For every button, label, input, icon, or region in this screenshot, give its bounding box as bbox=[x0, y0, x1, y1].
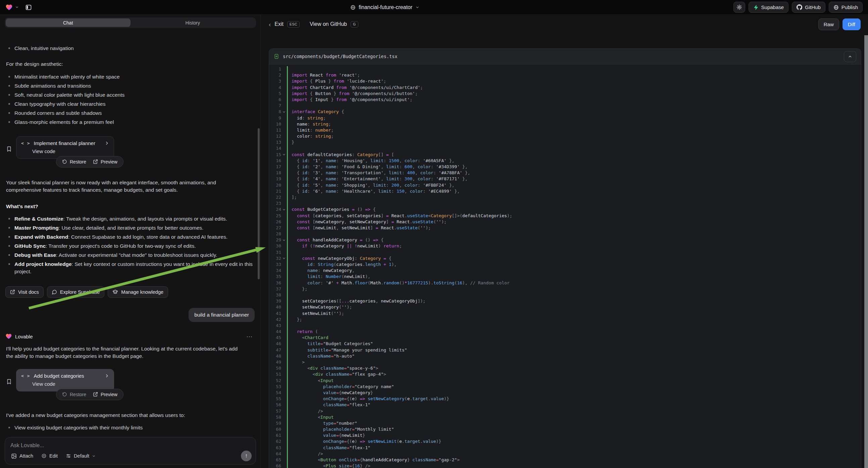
restore-preview-pill: RestorePreview bbox=[56, 156, 123, 168]
line-number: 50 bbox=[269, 365, 281, 371]
toggle-sidebar-icon[interactable] bbox=[25, 4, 32, 11]
file-path: src/components/budget/BudgetCategories.t… bbox=[283, 54, 397, 59]
code-line: 38 bbox=[269, 292, 861, 298]
fold-toggle-icon[interactable] bbox=[281, 152, 287, 158]
line-number: 43 bbox=[269, 323, 281, 329]
line-number: 42 bbox=[269, 317, 281, 323]
line-number: 40 bbox=[269, 304, 281, 310]
line-number: 55 bbox=[269, 396, 281, 402]
fold-spacer bbox=[281, 347, 287, 353]
line-number: 15 bbox=[269, 152, 281, 158]
fold-toggle-icon[interactable] bbox=[281, 237, 287, 243]
code-scrollbar[interactable] bbox=[864, 35, 868, 468]
fold-toggle-icon[interactable] bbox=[281, 256, 287, 262]
project-switcher[interactable]: financial-future-creator bbox=[350, 0, 420, 15]
user-message-bubble: build a financial planner bbox=[189, 308, 255, 322]
fold-spacer bbox=[281, 250, 287, 256]
chat-input[interactable]: Ask Lovable... bbox=[10, 442, 250, 448]
code-line: 36 color: '#' + Math.floor(Math.random()… bbox=[269, 280, 861, 286]
chip-visit-docs[interactable]: Visit docs bbox=[5, 286, 43, 298]
chat-history-tabs: Chat History bbox=[5, 18, 256, 28]
line-number: 8 bbox=[269, 109, 281, 115]
list-item: View existing budget categories with the… bbox=[5, 424, 255, 431]
code-line: 60 placeholder="Monthly limit" bbox=[269, 427, 861, 432]
code-line: 20 { id: '5', name: 'Shopping', limit: 2… bbox=[269, 182, 861, 188]
exit-button[interactable]: ‹ Exit ESC bbox=[269, 21, 300, 28]
raw-button[interactable]: Raw bbox=[818, 19, 839, 30]
code-line: 12 color: string; bbox=[269, 133, 861, 139]
code-line: 56 className="flex-1" bbox=[269, 402, 861, 408]
code-line: 19 { id: '4', name: 'Entertainment', lim… bbox=[269, 176, 861, 182]
code-line: 61 value={newLimit} bbox=[269, 432, 861, 438]
view-code-link[interactable]: View code bbox=[32, 148, 109, 154]
external-link-icon bbox=[93, 392, 98, 397]
supabase-label: Supabase bbox=[761, 4, 784, 10]
mode-select[interactable]: Default bbox=[66, 453, 96, 459]
supabase-button[interactable]: Supabase bbox=[749, 2, 789, 13]
bookmark-icon bbox=[6, 140, 12, 159]
fold-spacer bbox=[281, 164, 287, 170]
chat-panel: Chat History Clean, intuitive navigation… bbox=[0, 15, 261, 468]
restore-icon bbox=[62, 159, 67, 164]
code-line: 58 <Input bbox=[269, 414, 861, 420]
line-number: 39 bbox=[269, 298, 281, 304]
preview-button[interactable]: Preview bbox=[93, 392, 118, 397]
fold-spacer bbox=[281, 359, 287, 365]
line-number: 37 bbox=[269, 286, 281, 292]
chip-manage-knowledge[interactable]: Manage knowledge bbox=[108, 286, 168, 298]
fold-spacer bbox=[281, 121, 287, 127]
code-line: 5import { Button } from '@/components/ui… bbox=[269, 91, 861, 97]
line-number: 21 bbox=[269, 188, 281, 195]
code-line: 2import React from 'react'; bbox=[269, 72, 861, 78]
code-text: <Button onClick={handleAddCategory} clas… bbox=[288, 457, 460, 463]
version-card[interactable]: < >Implement financial plannerView codeR… bbox=[16, 136, 114, 159]
view-on-github-button[interactable]: View on GitHub G bbox=[310, 21, 358, 28]
code-text: const defaultCategories: Category[] = [ bbox=[288, 152, 394, 158]
code-text: title="Budget Categories" bbox=[288, 341, 373, 347]
code-text: const newCategoryObj: Category = { bbox=[288, 256, 391, 262]
version-card[interactable]: < >Add budget categoriesView codeRestore… bbox=[16, 369, 114, 391]
chip-label: Visit docs bbox=[18, 289, 39, 295]
line-number: 16 bbox=[269, 158, 281, 164]
heart-icon bbox=[5, 333, 12, 340]
view-code-link[interactable]: View code bbox=[32, 381, 109, 387]
lovable-logo-icon[interactable] bbox=[5, 4, 13, 11]
chat-scrollbar[interactable] bbox=[258, 128, 260, 279]
code-line: 29 const handleAddCategory = () => { bbox=[269, 237, 861, 243]
tab-history[interactable]: History bbox=[130, 19, 255, 27]
diff-button[interactable]: Diff bbox=[842, 19, 861, 30]
chat-paragraph: Your sleek financial planner is now read… bbox=[6, 179, 245, 194]
fold-spacer bbox=[281, 329, 287, 335]
line-number: 36 bbox=[269, 280, 281, 286]
chevron-down-icon bbox=[415, 5, 420, 9]
restore-button[interactable]: Restore bbox=[62, 392, 86, 397]
settings-button[interactable] bbox=[734, 2, 745, 13]
more-button[interactable]: ⋯ bbox=[246, 333, 255, 341]
code-line: 37 }; bbox=[269, 286, 861, 292]
code-line: 63 className="flex-1" bbox=[269, 445, 861, 451]
fold-spacer bbox=[281, 420, 287, 427]
fold-toggle-icon[interactable] bbox=[281, 109, 287, 115]
publish-button[interactable]: Publish bbox=[829, 2, 863, 13]
code-line: 55 onChange={(e) => setNewCategory(e.tar… bbox=[269, 396, 861, 402]
edit-button[interactable]: Edit bbox=[41, 453, 58, 459]
attach-button[interactable]: Attach bbox=[11, 453, 33, 459]
fold-toggle-icon[interactable] bbox=[281, 206, 287, 212]
send-button[interactable]: ↑ bbox=[241, 450, 252, 461]
chevron-down-icon[interactable] bbox=[15, 5, 19, 9]
github-button[interactable]: GitHub bbox=[792, 2, 826, 13]
preview-button[interactable]: Preview bbox=[93, 159, 118, 165]
code-line: 23 bbox=[269, 200, 861, 206]
bullet-list: Refine & Customize: Tweak the design, an… bbox=[5, 215, 255, 277]
line-number: 61 bbox=[269, 432, 281, 438]
collapse-file-button[interactable] bbox=[844, 51, 856, 62]
fold-spacer bbox=[281, 341, 287, 347]
code-line: 43 bbox=[269, 323, 861, 329]
restore-button[interactable]: Restore bbox=[62, 159, 86, 165]
fold-spacer bbox=[281, 213, 287, 219]
fold-spacer bbox=[281, 127, 287, 133]
tab-chat[interactable]: Chat bbox=[6, 19, 130, 27]
file-added-icon bbox=[274, 54, 279, 59]
chip-explore-supabase[interactable]: Explore Supabase bbox=[47, 286, 105, 298]
user-message-row: build a financial planner bbox=[6, 308, 255, 322]
